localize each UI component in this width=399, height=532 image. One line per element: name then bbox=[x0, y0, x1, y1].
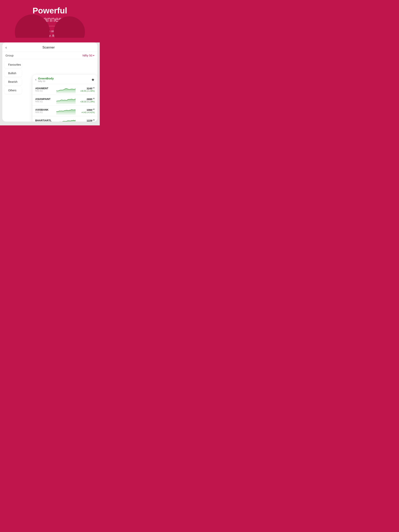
stock-price: 1229.30 bbox=[77, 119, 95, 122]
stock-change: +4.40 (+0.41%) bbox=[77, 111, 95, 114]
menu-item-bullish[interactable]: Bullish bbox=[4, 70, 22, 77]
stock-row[interactable]: ADANIENT NSE EQ 3245.00 +46.55 (+1.46%) bbox=[32, 84, 97, 95]
stock-chart bbox=[56, 85, 76, 93]
stock-change: +46.55 (+1.46%) bbox=[77, 90, 95, 92]
group-row[interactable]: Group Nifty 50 ▾ bbox=[2, 52, 97, 59]
stock-name: AXISBANK bbox=[35, 108, 55, 111]
scanner-title: Scanner bbox=[7, 45, 90, 50]
scanner-card: ‹ Scanner Group Nifty 50 ▾ Favourites Bu… bbox=[2, 43, 97, 121]
menu-item-bearish[interactable]: Bearish bbox=[4, 78, 22, 85]
stock-row[interactable]: ASIANPAINT NSE EQ 2895.45 +38.30 (+1.34%… bbox=[32, 95, 97, 106]
greenbody-name: GreenBody bbox=[38, 77, 91, 80]
stock-chart bbox=[56, 118, 76, 121]
greenbody-card: ‹ GreenBody Nifty 50 ★ ADANIENT NSE EQ bbox=[32, 75, 97, 121]
stock-change: +38.30 (+1.34%) bbox=[77, 101, 95, 103]
stock-name: ADANIENT bbox=[35, 87, 55, 90]
stock-name: ASIANPAINT bbox=[35, 98, 55, 101]
stock-list: ADANIENT NSE EQ 3245.00 +46.55 (+1.46%) bbox=[32, 84, 97, 121]
stock-exchange: NSE EQ bbox=[35, 111, 55, 113]
side-menu: Favourites Bullish Bearish Others bbox=[2, 59, 22, 121]
stock-exchange: NSE EQ bbox=[35, 90, 55, 92]
stock-price-block: 3245.00 +46.55 (+1.46%) bbox=[77, 87, 95, 92]
cards-wrapper: ‹ Scanner Group Nifty 50 ▾ Favourites Bu… bbox=[0, 43, 100, 125]
stock-row[interactable]: BHARTIARTL NSE EQ 1229.30 +24.85 (+2.06%… bbox=[32, 116, 97, 121]
greenbody-sub: Nifty 50 bbox=[38, 80, 91, 82]
stock-name: BHARTIARTL bbox=[35, 119, 55, 121]
hero-title-bold: Powerful bbox=[5, 6, 95, 15]
hero-section: Powerful Scanners Quickly scans the stoc… bbox=[0, 0, 100, 38]
menu-item-others[interactable]: Others bbox=[4, 87, 22, 94]
scanner-header: ‹ Scanner bbox=[2, 43, 97, 52]
scanner-back-button[interactable]: ‹ bbox=[6, 45, 7, 50]
greenbody-title-block: GreenBody Nifty 50 bbox=[38, 77, 91, 82]
stock-price-block: 1229.30 +24.85 (+2.06%) bbox=[77, 119, 95, 122]
star-icon[interactable]: ★ bbox=[91, 77, 95, 82]
greenbody-back-button[interactable]: ‹ bbox=[35, 77, 36, 82]
group-label: Group bbox=[6, 54, 14, 57]
greenbody-header: ‹ GreenBody Nifty 50 ★ bbox=[32, 75, 97, 84]
hero-decoration bbox=[11, 14, 89, 38]
menu-item-favourites[interactable]: Favourites bbox=[4, 61, 22, 68]
stock-price: 2895.45 bbox=[77, 98, 95, 101]
stock-price-block: 1084.40 +4.40 (+0.41%) bbox=[77, 108, 95, 114]
group-value[interactable]: Nifty 50 ▾ bbox=[82, 54, 94, 57]
stock-exchange: NSE EQ bbox=[35, 101, 55, 103]
stock-chart bbox=[56, 107, 76, 115]
stock-info: BHARTIARTL NSE EQ bbox=[35, 119, 55, 121]
stock-chart bbox=[56, 96, 76, 104]
chevron-down-icon: ▾ bbox=[93, 54, 94, 57]
stock-info: ASIANPAINT NSE EQ bbox=[35, 98, 55, 103]
stock-price: 1084.40 bbox=[77, 108, 95, 111]
stock-info: ADANIENT NSE EQ bbox=[35, 87, 55, 92]
stock-price: 3245.00 bbox=[77, 87, 95, 90]
stock-info: AXISBANK NSE EQ bbox=[35, 108, 55, 113]
stock-price-block: 2895.45 +38.30 (+1.34%) bbox=[77, 98, 95, 103]
stock-row[interactable]: AXISBANK NSE EQ 1084.40 +4.40 (+0.41%) bbox=[32, 106, 97, 116]
